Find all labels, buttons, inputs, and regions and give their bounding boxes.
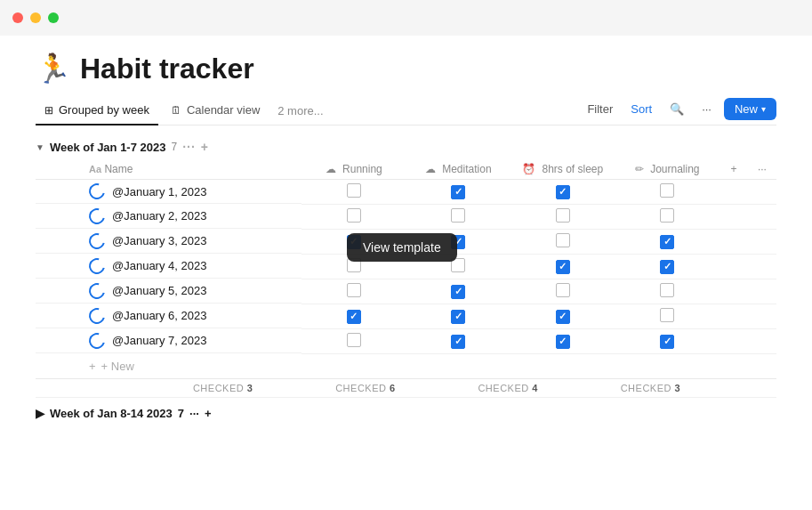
- meditation-checkbox[interactable]: [451, 310, 465, 324]
- tab-calendar-view[interactable]: 🗓 Calendar view: [162, 96, 269, 125]
- group2-options-icon[interactable]: ···: [189, 407, 199, 420]
- minimize-button[interactable]: [30, 12, 41, 23]
- sleep-checkbox[interactable]: [556, 310, 570, 324]
- tab-grouped-by-week-label: Grouped by week: [59, 103, 149, 117]
- col-name-label: Name: [104, 163, 133, 175]
- page-title-row: 🏃 Habit tracker: [36, 52, 776, 85]
- journaling-checkbox[interactable]: [660, 308, 674, 322]
- row-dots-cell: [748, 180, 776, 205]
- date-label[interactable]: @January 4, 2023: [112, 259, 206, 272]
- title-bar: [0, 0, 812, 36]
- meditation-cell: [406, 329, 510, 354]
- meditation-checkbox[interactable]: [451, 185, 465, 199]
- running-checkbox[interactable]: [347, 258, 361, 272]
- date-label[interactable]: @January 5, 2023: [112, 284, 206, 297]
- date-label[interactable]: @January 7, 2023: [112, 334, 206, 347]
- table-row: @January 1, 2023: [36, 180, 776, 205]
- tab-grouped-by-week[interactable]: ⊞ Grouped by week: [36, 96, 158, 125]
- meditation-checkbox[interactable]: [451, 285, 465, 299]
- group1-add-icon[interactable]: +: [201, 140, 208, 154]
- group1-header[interactable]: ▼ Week of Jan 1-7 2023 7 ··· +: [36, 134, 776, 159]
- sleep-checkbox[interactable]: [556, 208, 570, 223]
- running-cell: [301, 279, 406, 304]
- journaling-checkbox[interactable]: [660, 335, 674, 349]
- sleep-checkbox[interactable]: [556, 233, 570, 247]
- group1-count: 7: [171, 141, 177, 153]
- journaling-checkbox[interactable]: [660, 260, 674, 274]
- date-label[interactable]: @January 2, 2023: [112, 209, 206, 223]
- name-cell: @January 4, 2023: [36, 255, 301, 279]
- running-checkbox[interactable]: [347, 235, 361, 249]
- new-button-label: New: [735, 102, 758, 116]
- meditation-cell: [406, 279, 510, 304]
- col-header-journaling: ✏ Journaling: [615, 159, 719, 180]
- tab-more[interactable]: 2 more...: [272, 97, 328, 125]
- date-label[interactable]: @January 3, 2023: [112, 234, 206, 247]
- row-add-cell: [720, 329, 748, 354]
- date-label[interactable]: @January 6, 2023: [112, 309, 206, 322]
- meditation-cell: [406, 304, 510, 329]
- sleep-cell: [511, 279, 615, 304]
- journaling-checkbox[interactable]: [660, 183, 674, 198]
- journaling-checkbox[interactable]: [660, 283, 674, 297]
- table-row: @January 2, 2023: [36, 205, 776, 230]
- fullscreen-button[interactable]: [48, 12, 59, 23]
- journaling-checkbox[interactable]: [660, 208, 674, 223]
- sleep-checkbox[interactable]: [556, 260, 570, 274]
- name-cell: @January 2, 2023: [36, 205, 301, 229]
- table-row: @January 5, 2023: [36, 279, 776, 304]
- running-cell: [301, 230, 406, 255]
- running-checkbox[interactable]: [347, 283, 361, 297]
- row-add-cell: [720, 230, 748, 255]
- search-button[interactable]: 🔍: [664, 99, 689, 119]
- sleep-checkbox[interactable]: [556, 185, 570, 199]
- footer-add-cell: [722, 379, 750, 398]
- sleep-cell: [511, 304, 615, 329]
- filter-button[interactable]: Filter: [582, 99, 618, 119]
- running-icon: ☁: [326, 163, 336, 175]
- running-checkbox[interactable]: [347, 310, 361, 324]
- col-header-dots[interactable]: ···: [748, 159, 776, 180]
- more-options-button[interactable]: ···: [696, 99, 717, 119]
- journaling-cell: [615, 230, 719, 255]
- footer-journaling: CHECKED 3: [579, 379, 721, 398]
- date-label[interactable]: @January 1, 2023: [112, 185, 206, 198]
- group2-count: 7: [178, 407, 184, 420]
- new-row-button[interactable]: + + New: [36, 354, 776, 378]
- running-checkbox[interactable]: [347, 208, 361, 223]
- running-checkbox[interactable]: [347, 333, 361, 347]
- meditation-icon: ☁: [425, 163, 436, 175]
- meditation-cell: [406, 205, 510, 230]
- chevron-down-icon: ▾: [761, 104, 766, 114]
- meditation-checkbox[interactable]: [451, 258, 465, 272]
- calendar-icon: 🗓: [171, 104, 181, 117]
- group2-header[interactable]: ▶ Week of Jan 8-14 2023 7 ··· +: [36, 398, 776, 425]
- group1-options-icon[interactable]: ···: [182, 140, 196, 154]
- data-table: Aa Name ☁ Running ☁ Meditation ⏰ 8hrs of…: [36, 159, 776, 354]
- col-header-meditation: ☁ Meditation: [406, 159, 510, 180]
- group2-add-icon[interactable]: +: [205, 407, 212, 420]
- running-cell: [301, 329, 406, 354]
- row-dots-cell: [748, 230, 776, 255]
- meditation-checkbox[interactable]: [451, 335, 465, 349]
- sleep-cell: [511, 329, 615, 354]
- sort-button[interactable]: Sort: [625, 99, 657, 119]
- running-checkbox[interactable]: [347, 183, 361, 198]
- row-dots-cell: [748, 255, 776, 279]
- sleep-checkbox[interactable]: [556, 335, 570, 349]
- col-header-add[interactable]: +: [720, 159, 748, 180]
- meditation-checkbox[interactable]: [451, 208, 465, 223]
- sleep-icon: ⏰: [522, 163, 535, 175]
- sleep-checkbox[interactable]: [556, 283, 570, 297]
- sleep-cell: [511, 180, 615, 205]
- sleep-cell: [511, 230, 615, 255]
- close-button[interactable]: [12, 12, 23, 23]
- journaling-checkbox[interactable]: [660, 235, 674, 249]
- meditation-checkbox[interactable]: [451, 235, 465, 249]
- new-button[interactable]: New ▾: [724, 98, 776, 120]
- footer-running-count: 3: [247, 383, 253, 393]
- footer-meditation-label: CHECKED: [335, 383, 386, 393]
- tab-bar-right: Filter Sort 🔍 ··· New ▾: [582, 98, 776, 124]
- running-cell: [301, 304, 406, 329]
- search-icon: 🔍: [670, 102, 684, 116]
